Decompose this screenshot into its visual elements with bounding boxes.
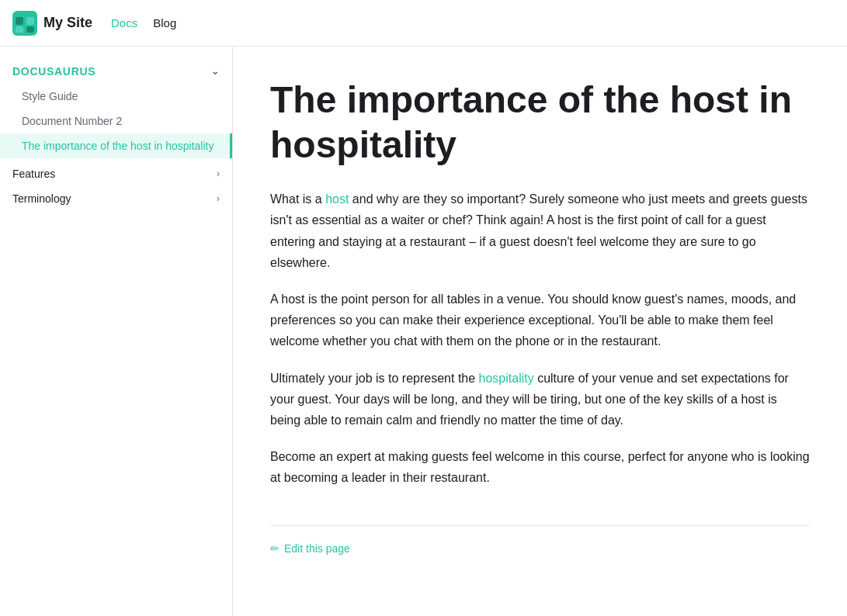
navbar-links: Docs Blog xyxy=(111,16,176,29)
sidebar-terminology-label: Terminology xyxy=(12,192,71,205)
sidebar-item-features[interactable]: Features › xyxy=(0,161,232,186)
chevron-down-icon: ⌄ xyxy=(211,66,220,77)
chevron-right-icon-2: › xyxy=(217,193,220,204)
navbar: My Site Docs Blog xyxy=(0,0,847,47)
paragraph-3: Ultimately your job is to represent the … xyxy=(270,368,810,431)
paragraph-1: What is a host and why are they so impor… xyxy=(270,189,810,273)
sidebar-link-style-guide[interactable]: Style Guide xyxy=(0,84,232,109)
edit-icon: ✏ xyxy=(270,542,279,555)
page-title: The importance of the host in hospitalit… xyxy=(270,78,810,167)
sidebar-items-list: Style Guide Document Number 2 The import… xyxy=(0,84,232,158)
sidebar-item-style-guide: Style Guide xyxy=(0,84,232,109)
sidebar-item-host-hospitality: The importance of the host in hospitalit… xyxy=(0,133,232,158)
sidebar-category-docusaurus: Docusaurus ⌄ Style Guide Document Number… xyxy=(0,59,232,158)
chevron-right-icon: › xyxy=(217,168,220,179)
svg-rect-1 xyxy=(16,17,23,25)
navbar-brand[interactable]: My Site xyxy=(12,11,92,36)
hospitality-link[interactable]: hospitality xyxy=(479,372,534,385)
main-content: The importance of the host in hospitalit… xyxy=(233,47,847,616)
paragraph-2: A host is the point person for all table… xyxy=(270,289,810,352)
nav-link-docs[interactable]: Docs xyxy=(111,16,137,29)
sidebar-link-doc2[interactable]: Document Number 2 xyxy=(0,109,232,133)
paragraph-4: Become an expert at making guests feel w… xyxy=(270,446,810,488)
layout: Docusaurus ⌄ Style Guide Document Number… xyxy=(0,47,847,616)
sidebar-category-header[interactable]: Docusaurus ⌄ xyxy=(0,59,232,84)
svg-rect-3 xyxy=(16,26,23,33)
host-link[interactable]: host xyxy=(325,192,349,206)
edit-link-section: ✏ Edit this page xyxy=(270,525,810,555)
p1-after-link: and why are they so important? Surely so… xyxy=(270,192,807,269)
sidebar: Docusaurus ⌄ Style Guide Document Number… xyxy=(0,47,233,616)
edit-link-label: Edit this page xyxy=(284,542,350,555)
svg-rect-2 xyxy=(26,17,34,25)
svg-rect-4 xyxy=(26,26,34,33)
sidebar-features-label: Features xyxy=(12,168,55,180)
sidebar-category-label: Docusaurus xyxy=(12,65,95,78)
sidebar-item-doc2: Document Number 2 xyxy=(0,109,232,133)
edit-page-link[interactable]: ✏ Edit this page xyxy=(270,542,350,555)
p1-before-link: What is a xyxy=(270,192,325,206)
nav-link-blog[interactable]: Blog xyxy=(153,16,176,29)
p3-before-link: Ultimately your job is to represent the xyxy=(270,372,479,385)
sidebar-link-host-hospitality[interactable]: The importance of the host in hospitalit… xyxy=(0,133,232,158)
brand-name: My Site xyxy=(43,15,92,31)
site-logo xyxy=(12,11,37,36)
sidebar-item-terminology[interactable]: Terminology › xyxy=(0,186,232,211)
